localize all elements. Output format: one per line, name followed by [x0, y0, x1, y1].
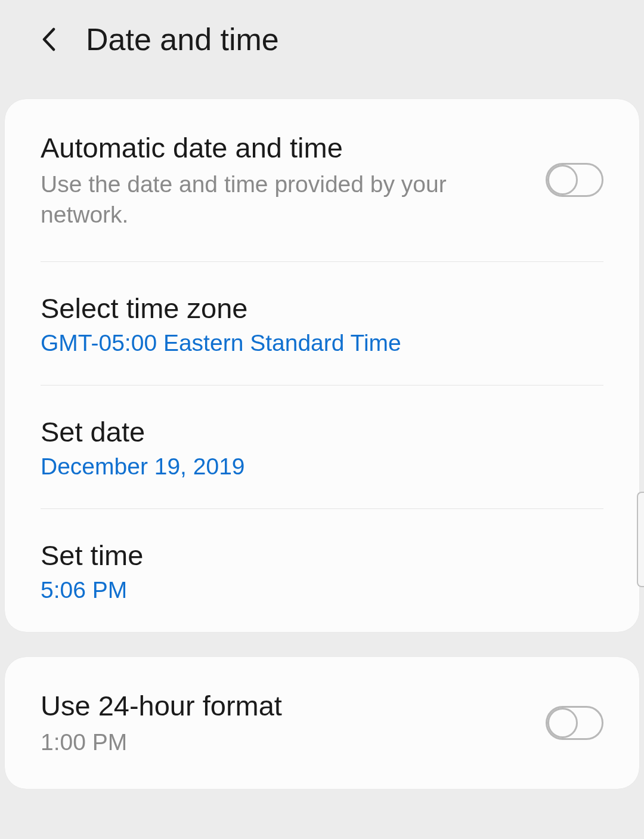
- row-title: Use 24-hour format: [41, 688, 531, 724]
- page-title: Date and time: [86, 21, 279, 57]
- row-title: Automatic date and time: [41, 130, 531, 166]
- automatic-date-time-row[interactable]: Automatic date and time Use the date and…: [5, 99, 639, 261]
- row-value: December 19, 2019: [41, 454, 589, 480]
- settings-card-format: Use 24-hour format 1:00 PM: [5, 657, 639, 789]
- toggle-thumb: [547, 165, 578, 195]
- row-title: Set time: [41, 538, 589, 573]
- app-header: Date and time: [0, 0, 644, 99]
- use-24-hour-toggle[interactable]: [546, 706, 603, 740]
- row-title: Set date: [41, 414, 589, 450]
- toggle-thumb: [547, 708, 578, 738]
- set-time-row[interactable]: Set time 5:06 PM: [5, 509, 639, 632]
- row-value: GMT-05:00 Eastern Standard Time: [41, 330, 589, 356]
- set-date-row[interactable]: Set date December 19, 2019: [5, 385, 639, 508]
- row-text: Select time zone GMT-05:00 Eastern Stand…: [41, 291, 603, 356]
- row-example: 1:00 PM: [41, 727, 531, 758]
- row-text: Automatic date and time Use the date and…: [41, 130, 546, 230]
- select-time-zone-row[interactable]: Select time zone GMT-05:00 Eastern Stand…: [5, 262, 639, 385]
- scroll-indicator[interactable]: [637, 492, 644, 587]
- row-value: 5:06 PM: [41, 577, 589, 603]
- row-text: Set time 5:06 PM: [41, 538, 603, 603]
- automatic-date-time-toggle[interactable]: [546, 163, 603, 197]
- row-title: Select time zone: [41, 291, 589, 326]
- back-icon[interactable]: [38, 29, 60, 50]
- row-text: Use 24-hour format 1:00 PM: [41, 688, 546, 758]
- use-24-hour-format-row[interactable]: Use 24-hour format 1:00 PM: [5, 657, 639, 789]
- row-description: Use the date and time provided by your n…: [41, 169, 531, 230]
- row-text: Set date December 19, 2019: [41, 414, 603, 480]
- settings-card-main: Automatic date and time Use the date and…: [5, 99, 639, 632]
